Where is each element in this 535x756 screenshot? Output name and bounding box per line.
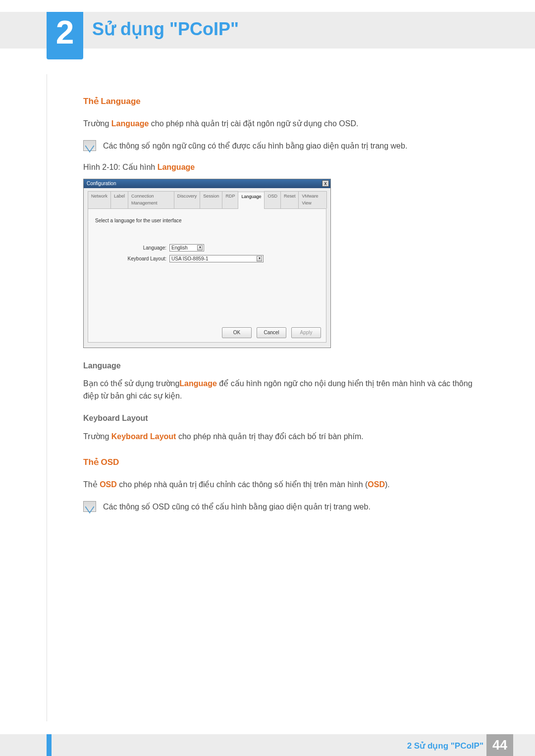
term-language: Language [158,163,195,171]
configuration-window: Configuration x Network Label Connection… [83,179,331,348]
label-keyboard-layout: Keyboard Layout: [95,255,169,263]
section-heading-language: Thẻ Language [83,95,489,108]
note-icon [83,140,96,151]
paragraph: Trường Language cho phép nhà quản trị cà… [83,118,489,130]
paragraph: Thẻ OSD cho phép nhà quản trị điều chỉnh… [83,479,489,491]
term-osd: OSD [368,480,385,489]
footer-title: 2 Sử dụng "PCoIP" [407,741,483,751]
note-text: Các thông số OSD cũng có thể cấu hình bằ… [103,501,371,513]
tab-strip: Network Label Connection Management Disc… [88,191,326,209]
note: Các thông số OSD cũng có thể cấu hình bằ… [83,501,489,513]
tab-connection-management[interactable]: Connection Management [128,191,174,208]
tab-description: Select a language for the user interface [95,217,319,225]
text: cho phép nhà quản trị cài đặt ngôn ngữ s… [149,119,358,128]
tab-network[interactable]: Network [88,191,111,208]
tab-rdp[interactable]: RDP [222,191,238,208]
term-language: Language [111,119,149,128]
tab-session[interactable]: Session [200,191,222,208]
text: ). [385,480,390,489]
text: Trường [83,119,111,128]
window-titlebar: Configuration x [84,179,330,188]
text: Trường [83,432,111,441]
select-keyboard-layout-value: USA ISO-8859-1 [171,255,208,263]
form-row-keyboard-layout: Keyboard Layout: USA ISO-8859-1 ▾ [95,255,319,263]
cancel-button[interactable]: Cancel [257,327,286,338]
left-divider [47,74,47,721]
content-area: Thẻ Language Trường Language cho phép nh… [83,95,489,522]
subheading-keyboard-layout: Keyboard Layout [83,412,489,425]
select-language[interactable]: English ▾ [169,244,204,252]
chapter-number-badge: 2 [47,12,83,59]
document-page: 2 Sử dụng "PCoIP" Thẻ Language Trường La… [0,0,535,756]
note-text: Các thông số ngôn ngữ cũng có thể được c… [103,140,407,152]
term-language: Language [179,379,217,388]
page-number: 44 [486,734,513,756]
tab-label[interactable]: Label [110,191,128,208]
subheading-language: Language [83,360,489,372]
ok-button[interactable]: OK [222,327,252,338]
tab-reset[interactable]: Reset [280,191,299,208]
select-keyboard-layout[interactable]: USA ISO-8859-1 ▾ [169,255,264,262]
tab-osd[interactable]: OSD [264,191,281,208]
figure-caption: Hình 2-10: Cấu hình Language [83,161,489,174]
chevron-down-icon: ▾ [197,245,203,251]
page-title: Sử dụng "PCoIP" [92,19,239,40]
footer-accent [47,734,52,756]
section-heading-osd: Thẻ OSD [83,456,489,469]
window-panel: Network Label Connection Management Disc… [84,188,330,348]
text: cho phép nhà quản trị điều chỉnh các thô… [117,480,368,489]
tab-discovery[interactable]: Discovery [174,191,201,208]
paragraph: Bạn có thể sử dụng trườngLanguage để cấu… [83,378,489,403]
form-row-language: Language: English ▾ [95,244,319,252]
label-language: Language: [95,244,169,252]
term-keyboard-layout: Keyboard Layout [111,432,176,441]
tab-body: Select a language for the user interface… [88,209,326,343]
text: Thẻ [83,480,100,489]
paragraph: Trường Keyboard Layout cho phép nhà quản… [83,431,489,443]
dialog-buttons: OK Cancel Apply [222,327,321,338]
note: Các thông số ngôn ngữ cũng có thể được c… [83,140,489,152]
apply-button[interactable]: Apply [291,327,321,338]
text: Bạn có thể sử dụng trường [83,379,179,388]
text: Hình 2-10: Cấu hình [83,163,158,171]
close-icon[interactable]: x [322,180,329,187]
window-title: Configuration [87,180,116,188]
chevron-down-icon: ▾ [257,256,262,261]
term-osd: OSD [100,480,117,489]
note-icon [83,501,96,512]
tab-language[interactable]: Language [238,192,265,209]
select-language-value: English [171,244,188,252]
text: cho phép nhà quản trị thay đổi cách bố t… [176,432,363,441]
tab-vmware-view[interactable]: VMware View [298,191,327,208]
